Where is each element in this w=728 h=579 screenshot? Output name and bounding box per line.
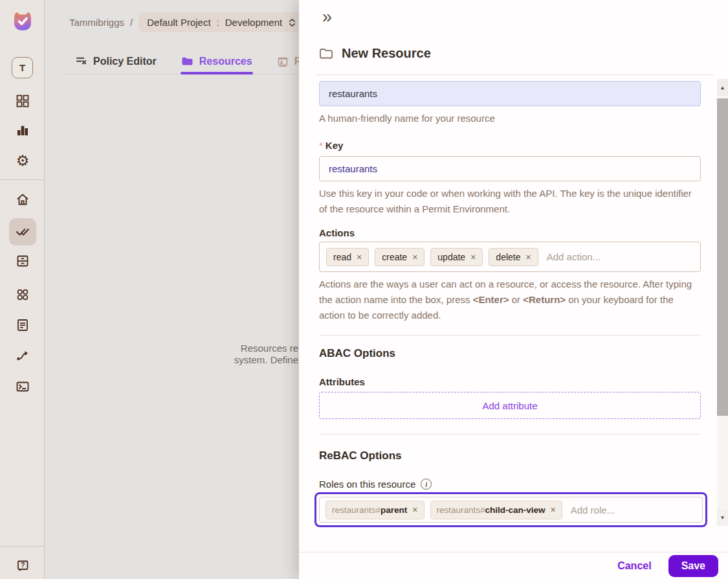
role-tag: restaurants#child-can-view ×	[430, 501, 562, 519]
sidebar-item-home[interactable]	[9, 187, 36, 212]
breadcrumb: Tammibriggs / Default Project : Developm…	[69, 12, 305, 32]
title-divider	[316, 74, 714, 75]
project-environment-selector[interactable]: Default Project : Development	[138, 12, 305, 32]
name-input[interactable]: restaurants	[319, 81, 701, 106]
sidebar-item-help[interactable]: ?	[9, 553, 36, 579]
folder-icon	[319, 47, 333, 60]
action-tag: update ×	[430, 248, 483, 266]
required-asterisk: *	[319, 140, 323, 151]
drawer-title-row: New Resource	[319, 46, 431, 61]
key-input[interactable]: restaurants	[319, 156, 701, 181]
sidebar-item-apps[interactable]	[9, 88, 36, 114]
double-check-icon	[15, 225, 30, 239]
breadcrumb-environment: Development	[225, 17, 282, 28]
abac-divider	[319, 335, 701, 335]
drawer-scrollbar[interactable]: ▲ ▼	[717, 79, 728, 526]
resources-folder-icon	[181, 56, 193, 67]
breadcrumb-workspace[interactable]: Tammibriggs	[69, 17, 124, 28]
home-icon	[16, 192, 30, 207]
actions-input[interactable]: read × create × update × delete × Add ac…	[319, 242, 701, 272]
name-helper-text: A human-friendly name for your resource	[319, 111, 702, 126]
app-screen: Tammibriggs / Default Project : Developm…	[0, 0, 728, 579]
resources-empty-state-text: Resources re system. Define	[45, 343, 298, 365]
tab-resources-label: Resources	[199, 56, 252, 67]
remove-action-tag-icon[interactable]: ×	[357, 253, 362, 262]
roles-highlight-outline: restaurants#parent × restaurants#child-c…	[314, 492, 707, 527]
remove-role-tag-icon[interactable]: ×	[551, 505, 556, 514]
terminal-icon	[16, 380, 30, 394]
tab-resources[interactable]: Resources	[181, 49, 253, 74]
remove-action-tag-icon[interactable]: ×	[526, 253, 531, 262]
roles-badge-icon	[277, 56, 289, 67]
sidebar-divider-bottom	[0, 546, 45, 547]
scroll-up-icon[interactable]: ▲	[717, 79, 728, 96]
sidebar-item-audit-log[interactable]	[9, 312, 36, 338]
drawer-footer: Cancel Save	[299, 552, 728, 579]
info-icon[interactable]: i	[421, 479, 432, 490]
actions-placeholder: Add action...	[547, 251, 601, 262]
roles-input[interactable]: restaurants#parent × restaurants#child-c…	[319, 497, 703, 523]
apps-grid-icon	[16, 94, 30, 108]
actions-helper-text: Actions are the ways a user can act on a…	[319, 277, 702, 323]
role-tag: restaurants#parent ×	[325, 501, 425, 519]
tab-policy-editor[interactable]: Policy Editor	[74, 49, 157, 74]
flow-arrow-icon	[16, 348, 30, 363]
workspace-avatar[interactable]: T	[12, 57, 33, 78]
bar-chart-icon	[16, 123, 30, 137]
four-circles-icon	[16, 288, 30, 302]
add-attribute-button[interactable]: Add attribute	[319, 392, 701, 419]
document-lines-icon	[16, 318, 30, 332]
help-bubble-icon: ?	[16, 559, 30, 573]
policy-editor-icon	[75, 55, 87, 67]
roles-label-row: Roles on this resource i	[319, 479, 432, 490]
action-tag: create ×	[375, 248, 425, 266]
rebac-heading: ReBAC Options	[319, 449, 402, 462]
remove-role-tag-icon[interactable]: ×	[412, 505, 417, 514]
scroll-down-icon[interactable]: ▼	[717, 509, 728, 526]
name-input-value: restaurants	[329, 88, 377, 99]
breadcrumb-project: Default Project	[147, 17, 210, 28]
sidebar-item-terminal[interactable]	[9, 374, 36, 400]
permit-logo[interactable]	[10, 8, 35, 34]
svg-text:?: ?	[21, 562, 25, 569]
save-button[interactable]: Save	[668, 555, 718, 577]
roles-placeholder: Add role...	[571, 505, 615, 516]
key-input-value: restaurants	[329, 163, 377, 174]
sidebar-item-connect[interactable]	[9, 343, 36, 369]
cancel-button[interactable]: Cancel	[617, 560, 651, 572]
gear-icon: ⚙	[16, 153, 30, 168]
action-tag: read ×	[326, 248, 369, 266]
sidebar-item-integrations[interactable]	[9, 282, 36, 308]
key-label: *Key	[319, 140, 343, 151]
abac-heading: ABAC Options	[319, 347, 395, 360]
actions-label: Actions	[319, 227, 355, 238]
drawer-title: New Resource	[342, 46, 431, 61]
tab-policy-editor-label: Policy Editor	[93, 56, 157, 67]
sidebar-item-directory[interactable]	[9, 248, 36, 274]
remove-action-tag-icon[interactable]: ×	[470, 253, 476, 262]
new-resource-drawer: » New Resource restaurants A human-frien…	[299, 0, 728, 579]
action-tag: delete ×	[489, 248, 538, 266]
attributes-label: Attributes	[319, 376, 365, 387]
remove-action-tag-icon[interactable]: ×	[412, 253, 417, 262]
sidebar: T ⚙	[0, 0, 45, 579]
sidebar-item-policy[interactable]	[9, 218, 36, 245]
sidebar-item-analytics[interactable]	[9, 117, 36, 143]
breadcrumb-separator: /	[130, 17, 133, 28]
breadcrumb-colon: :	[217, 17, 219, 28]
scrollbar-thumb[interactable]	[717, 98, 728, 416]
roles-label: Roles on this resource	[319, 479, 415, 490]
rebac-divider	[319, 434, 701, 435]
unfold-environment-icon	[288, 17, 296, 28]
collapse-drawer-icon[interactable]: »	[322, 6, 332, 27]
key-helper-text: Use this key in your code or when workin…	[319, 186, 702, 217]
sidebar-item-settings[interactable]: ⚙	[9, 148, 36, 174]
sidebar-divider	[0, 179, 45, 180]
archive-box-icon	[16, 254, 30, 268]
